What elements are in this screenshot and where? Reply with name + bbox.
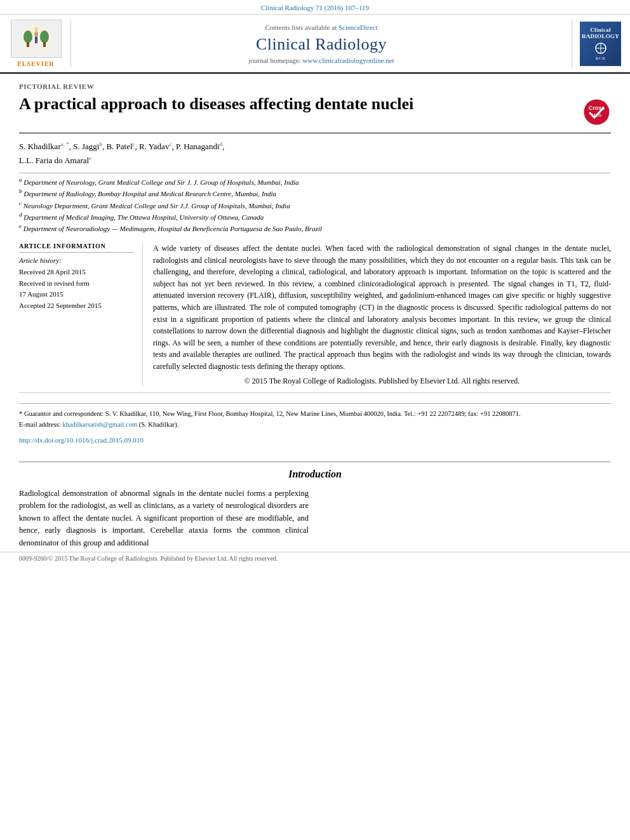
- svg-rect-4: [43, 42, 46, 47]
- contents-line: Contents lists available at ScienceDirec…: [265, 23, 377, 31]
- author-6: L.L. Faria do Amaral: [19, 156, 89, 165]
- article-history-title: Article history:: [19, 257, 133, 264]
- guarantor-note: * Guarantor and correspondent: S. V. Kha…: [19, 409, 611, 419]
- email-note: E-mail address: khadilkarsatish@gmail.co…: [19, 420, 611, 430]
- affiliation-d: d Department of Medical Imaging, The Ott…: [19, 211, 611, 222]
- homepage-link[interactable]: www.clinicalradiologyonline.net: [302, 57, 394, 64]
- doi-link[interactable]: http://dx.doi.org/10.1016/j.crad.2015.09…: [19, 436, 144, 444]
- author-3: B. Patel: [106, 142, 132, 151]
- svg-rect-2: [27, 42, 29, 47]
- svg-point-12: [584, 100, 610, 125]
- crossmark-badge[interactable]: Cross Mark: [582, 98, 611, 126]
- footer-text: 0009-9260/© 2015 The Royal College of Ra…: [19, 555, 278, 562]
- radiology-badge: Clinical RADIOLOGY RCR: [580, 22, 621, 66]
- main-content-area: ARTICLE INFORMATION Article history: Rec…: [19, 243, 611, 393]
- article-body: Pictorial Review A practical approach to…: [0, 83, 630, 549]
- article-info-col: ARTICLE INFORMATION Article history: Rec…: [19, 243, 143, 386]
- affiliations-section: a Department of Neurology, Grant Medical…: [19, 173, 611, 234]
- article-title-section: A practical approach to diseases affecti…: [19, 94, 611, 133]
- revised-label: Received in revised form: [19, 278, 133, 290]
- author-5: P. Hanagandi: [176, 142, 220, 151]
- sciencedirect-link[interactable]: ScienceDirect: [338, 23, 378, 31]
- intro-para-1: Radiological demonstration of abnormal s…: [19, 488, 309, 549]
- intro-col-1: Radiological demonstration of abnormal s…: [19, 488, 309, 549]
- affiliation-a: a Department of Neurology, Grant Medical…: [19, 176, 611, 187]
- abstract-col: A wide variety of diseases affect the de…: [143, 243, 611, 386]
- author-2: S. Jaggi: [73, 142, 99, 151]
- article-section-label: Pictorial Review: [19, 83, 611, 90]
- copyright-text: © 2015 The Royal College of Radiologists…: [153, 377, 611, 386]
- email-link[interactable]: khadilkarsatish@gmail.com: [62, 421, 137, 428]
- elsevier-label: ELSEVIER: [17, 60, 55, 67]
- introduction-columns: Radiological demonstration of abnormal s…: [19, 488, 611, 549]
- introduction-section: Introduction Radiological demonstration …: [19, 445, 611, 549]
- introduction-title: Introduction: [19, 469, 611, 480]
- affiliation-e: e Department of Neuroradiology — Medimag…: [19, 222, 611, 234]
- accepted-date: Accepted 22 September 2015: [19, 300, 133, 312]
- journal-header: ELSEVIER Contents lists available at Sci…: [0, 15, 630, 74]
- footer-bar: 0009-9260/© 2015 The Royal College of Ra…: [0, 552, 630, 564]
- elsevier-image: [11, 20, 62, 58]
- svg-point-8: [34, 27, 38, 30]
- doi-section: http://dx.doi.org/10.1016/j.crad.2015.09…: [19, 435, 611, 445]
- authors-line: S. Khadilkara, *, S. Jaggib, B. Patelc, …: [19, 140, 611, 168]
- top-bar: Clinical Radiology 71 (2016) 107–119: [0, 0, 630, 15]
- intro-col-2: [321, 488, 611, 549]
- affiliation-b: b Department of Radiology, Bombay Hospit…: [19, 187, 611, 199]
- affiliation-c: c Neurology Department, Grant Medical Co…: [19, 199, 611, 211]
- journal-homepage: journal homepage: www.clinicalradiologyo…: [248, 57, 394, 64]
- author-1: S. Khadilkar: [19, 142, 61, 151]
- author-4: R. Yadav: [139, 142, 169, 151]
- received-date: Received 28 April 2015: [19, 267, 133, 278]
- article-title: A practical approach to diseases affecti…: [19, 94, 576, 115]
- journal-badge-container: Clinical RADIOLOGY RCR: [572, 20, 622, 67]
- elsevier-logo: ELSEVIER: [8, 20, 71, 67]
- revised-date: 17 August 2015: [19, 289, 133, 300]
- svg-point-1: [23, 30, 32, 43]
- abstract-text: A wide variety of diseases affect the de…: [153, 243, 611, 373]
- journal-header-center: Contents lists available at ScienceDirec…: [77, 20, 565, 67]
- svg-point-3: [40, 30, 49, 43]
- footnote-section: * Guarantor and correspondent: S. V. Kha…: [19, 403, 611, 430]
- svg-rect-6: [35, 37, 37, 43]
- top-bar-text: Clinical Radiology 71 (2016) 107–119: [261, 4, 369, 11]
- journal-title: Clinical Radiology: [256, 35, 387, 54]
- article-info-title: ARTICLE INFORMATION: [19, 243, 133, 253]
